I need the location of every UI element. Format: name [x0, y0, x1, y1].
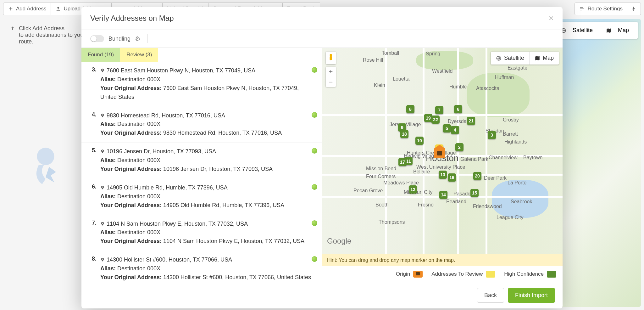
satellite-label: Satellite [504, 55, 524, 61]
map-panel: TomballSpringRose HillWestfieldLouettaKl… [322, 48, 563, 282]
city-label: Tomball [382, 50, 399, 56]
bundling-toggle[interactable] [90, 35, 104, 42]
row-number: 4. [88, 111, 97, 138]
pin-icon [100, 221, 105, 227]
confidence-dot-icon [312, 220, 317, 226]
geocoded-address: 7600 East Sam Houston Pkwy N, Houston, T… [107, 66, 255, 75]
google-attribution: Google [327, 237, 351, 245]
original-address-label: Your Original Address: [100, 202, 162, 208]
back-button[interactable]: Back [477, 288, 504, 303]
map-marker-5[interactable]: 5 [443, 124, 451, 132]
city-label: Crosby [503, 117, 519, 123]
map-icon [535, 55, 540, 61]
map-marker-3[interactable]: 3 [488, 131, 496, 139]
city-label: Pecan Grove [353, 188, 383, 194]
road [486, 48, 487, 254]
alias-label: Alias: [100, 157, 116, 163]
city-label: Seabrook [511, 199, 532, 205]
table-row[interactable]: 6.14905 Old Humble Rd, Humble, TX 77396,… [81, 179, 322, 215]
modal-map[interactable]: TomballSpringRose HillWestfieldLouettaKl… [322, 48, 563, 254]
tab-found[interactable]: Found (19) [81, 48, 120, 62]
table-row[interactable]: 4.9830 Homestead Rd, Houston, TX 77016, … [81, 107, 322, 143]
original-address-label: Your Original Address: [100, 85, 162, 91]
map-controls [326, 52, 336, 64]
close-icon[interactable]: × [549, 14, 554, 23]
geocoded-address: 14300 Hollister St #600, Houston, TX 770… [107, 256, 232, 264]
zoom-out-button[interactable]: − [326, 77, 336, 87]
tabs: Found (19) Review (3) [81, 48, 322, 62]
map-marker-17[interactable]: 17 [398, 158, 407, 166]
legend-high-label: High Confidence [504, 271, 544, 277]
map-marker-15[interactable]: 15 [470, 189, 479, 197]
pin-icon [100, 113, 105, 118]
map-marker-10[interactable]: 10 [415, 137, 424, 145]
city-label: Channelview [489, 155, 518, 161]
modal-header: Verify Addresses on Map × [81, 7, 563, 30]
modal-title: Verify Addresses on Map [90, 14, 174, 23]
confidence-dot-icon [312, 148, 317, 154]
city-label: Deer Park [484, 175, 507, 181]
map-marker-16[interactable]: 16 [448, 173, 456, 182]
tab-review[interactable]: Review (3) [120, 48, 158, 62]
map-type-control: Satellite Map [491, 52, 559, 65]
map-marker-7[interactable]: 7 [435, 106, 443, 114]
table-row[interactable]: 3.7600 East Sam Houston Pkwy N, Houston,… [81, 62, 322, 107]
geocoded-address: 10196 Jensen Dr, Houston, TX 77093, USA [107, 147, 216, 156]
satellite-tab[interactable]: Satellite [491, 52, 529, 65]
map-marker-6[interactable]: 6 [454, 105, 462, 113]
original-address-label: Your Original Address: [100, 274, 162, 280]
zoom-in-button[interactable]: + [326, 67, 336, 77]
map-marker-4[interactable]: 4 [451, 126, 459, 134]
map-tab[interactable]: Map [529, 52, 559, 65]
map-marker-12[interactable]: 12 [409, 185, 417, 194]
map-marker-14[interactable]: 14 [439, 191, 447, 199]
legend-high-swatch [547, 271, 556, 278]
row-number: 5. [88, 147, 97, 174]
city-label: Thompsons [379, 219, 405, 225]
map-marker-18[interactable]: 18 [400, 130, 408, 138]
map-marker-20[interactable]: 20 [473, 172, 481, 180]
zoom-control: + − [326, 67, 336, 87]
city-label: Pearland [446, 199, 466, 205]
legend-origin-swatch [413, 271, 423, 278]
city-label: Humble [449, 84, 467, 90]
row-number: 8. [88, 256, 97, 282]
table-row[interactable]: 8.14300 Hollister St #600, Houston, TX 7… [81, 251, 322, 282]
finish-import-button[interactable]: Finish Import [508, 288, 555, 303]
city-label: Rose Hill [363, 57, 383, 63]
original-address-label: Your Original Address: [100, 130, 162, 136]
original-address-label: Your Original Address: [100, 238, 162, 244]
city-label: Mission Bend [366, 166, 396, 172]
geocoded-address: 9830 Homestead Rd, Houston, TX 77016, US… [107, 111, 225, 120]
alias-value: Destination 000X [117, 76, 160, 82]
pin-icon [100, 149, 105, 154]
map-marker-22[interactable]: 22 [431, 116, 440, 124]
address-list[interactable]: 3.7600 East Sam Houston Pkwy N, Houston,… [81, 62, 322, 282]
modal-body: Found (19) Review (3) 3.7600 East Sam Ho… [81, 48, 563, 282]
address-panel: Found (19) Review (3) 3.7600 East Sam Ho… [81, 48, 322, 282]
legend-high: High Confidence [504, 271, 556, 278]
map-marker-13[interactable]: 13 [439, 171, 447, 179]
map-marker-21[interactable]: 21 [467, 117, 475, 125]
origin-marker[interactable] [434, 149, 445, 158]
alias-label: Alias: [100, 265, 116, 272]
city-label: Meadows Place [383, 180, 419, 186]
verify-addresses-modal: Verify Addresses on Map × Bundling ⚙ Fou… [81, 7, 563, 308]
alias-value: Destination 000X [117, 193, 160, 200]
confidence-dot-icon [312, 184, 317, 190]
original-address-value: 14300 Hollister St #600, Houston, TX 770… [163, 274, 311, 280]
pegman-icon[interactable] [326, 52, 336, 64]
city-label: Eastgate [508, 65, 527, 71]
map-marker-2[interactable]: 2 [455, 143, 464, 151]
original-address-value: 14905 Old Humble Rd, Humble, TX 77396, U… [163, 202, 284, 208]
alias-label: Alias: [100, 76, 116, 82]
city-label: Spring [426, 51, 440, 57]
table-row[interactable]: 5.10196 Jensen Dr, Houston, TX 77093, US… [81, 143, 322, 179]
map-marker-8[interactable]: 8 [406, 105, 414, 113]
globe-icon [496, 55, 502, 61]
alias-value: Destination 000X [117, 229, 160, 235]
gear-icon[interactable]: ⚙ [135, 35, 141, 42]
park-area [416, 51, 473, 70]
table-row[interactable]: 7.1104 N Sam Houston Pkwy E, Houston, TX… [81, 215, 322, 251]
row-number: 3. [88, 66, 97, 102]
